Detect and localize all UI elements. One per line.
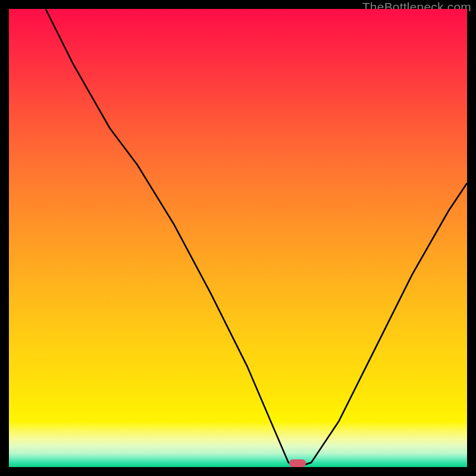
curve-layer xyxy=(9,9,467,467)
chart-stage: TheBottleneck.com xyxy=(0,0,476,476)
bottleneck-curve xyxy=(46,9,467,467)
plot-area xyxy=(9,9,467,467)
optimal-marker xyxy=(289,459,306,467)
